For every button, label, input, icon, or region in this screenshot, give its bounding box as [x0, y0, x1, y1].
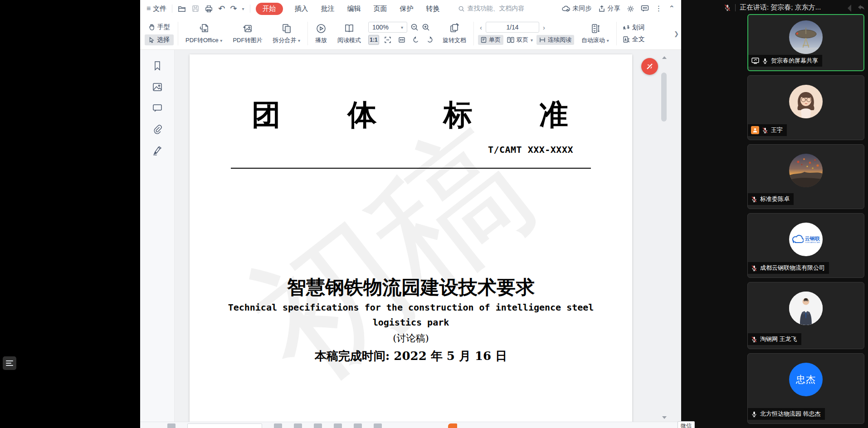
auto-scroll-label: 自动滚动: [581, 37, 605, 44]
continuous-read-button[interactable]: 连续阅读: [536, 35, 574, 45]
page-indicator-input[interactable]: 1/14: [486, 22, 539, 33]
hand-tool-button[interactable]: 手型: [145, 22, 174, 33]
print-button[interactable]: [205, 5, 213, 13]
main-menu-button[interactable]: ≡ 文件: [146, 5, 166, 13]
taskbar-icon[interactable]: [354, 423, 362, 428]
play-button[interactable]: 播放: [312, 22, 330, 45]
rotate-left-button[interactable]: [410, 35, 421, 45]
continuous-read-icon: [539, 37, 546, 43]
share-button[interactable]: 分享: [598, 5, 620, 13]
select-tool-button[interactable]: 选择: [145, 34, 174, 45]
bookmarks-panel-button[interactable]: [153, 61, 162, 71]
speakbar-arrows[interactable]: [845, 3, 866, 13]
mic-muted-icon: [751, 265, 757, 272]
images-panel-button[interactable]: [152, 83, 162, 92]
taskbar-input[interactable]: [187, 423, 262, 428]
full-translate-label: 全文: [632, 35, 645, 44]
pdf-to-office-button[interactable]: PDF转Office ▾: [182, 22, 225, 45]
search-box[interactable]: 查找功能、文档内容: [458, 5, 525, 13]
play-label: 播放: [315, 36, 327, 44]
tab-protect[interactable]: 保护: [399, 3, 414, 15]
completion-date: 本稿完成时间: 2022 年 5 月 16 日: [190, 348, 632, 364]
folder-open-icon: [178, 5, 186, 13]
taskbar-icon[interactable]: [274, 423, 282, 428]
rotate-right-button[interactable]: [424, 35, 435, 45]
undo-button[interactable]: ↶: [218, 5, 225, 13]
taskbar-icon[interactable]: [167, 423, 176, 428]
taskbar-icon[interactable]: [334, 423, 342, 428]
auto-scroll-button[interactable]: 自动滚动 ▾: [578, 22, 612, 45]
read-mode-label: 阅读模式: [337, 36, 361, 44]
fit-page-button[interactable]: [382, 35, 393, 45]
read-mode-button[interactable]: 阅读模式: [334, 22, 364, 45]
select-tool-label: 选择: [157, 36, 170, 44]
scrollbar-thumb[interactable]: [661, 73, 667, 122]
scroll-down-arrow[interactable]: [662, 416, 667, 419]
taskbar-icon[interactable]: [294, 423, 302, 428]
comments-panel-button[interactable]: [152, 103, 162, 112]
tab-edit[interactable]: 编辑: [346, 3, 362, 15]
redo-button[interactable]: ↷: [230, 5, 237, 13]
double-page-label: 双页: [517, 36, 528, 44]
collapse-ribbon-button[interactable]: ⌃: [669, 5, 675, 12]
zoom-in-button[interactable]: [422, 23, 430, 31]
standard-code: T/CAMT XXX-XXXX: [488, 144, 573, 155]
sync-status-button[interactable]: 未同步: [561, 5, 592, 13]
participant-tile[interactable]: 忠杰 北方恒达物流园 韩忠杰: [747, 353, 864, 424]
chevron-right-icon: ›: [543, 24, 545, 31]
word-translate-button[interactable]: 划词: [621, 23, 647, 33]
ratio-label: 1:1: [370, 37, 377, 43]
avatar: 云钢联 YUNGANGLIAN: [789, 223, 823, 256]
attachments-panel-button[interactable]: [153, 124, 162, 134]
actual-size-button[interactable]: 1:1: [368, 35, 379, 45]
history-dropdown-button[interactable]: ▾: [242, 6, 244, 11]
chevron-down-icon: ▾: [607, 38, 609, 43]
single-page-button[interactable]: 单页: [478, 35, 503, 45]
ribbon-expander-button[interactable]: ❯: [673, 26, 680, 40]
signature-panel-button[interactable]: [152, 146, 163, 156]
pdf-page[interactable]: 初稿 团 体 标 准 T/CAMT XXX-XXXX 智慧钢铁物流园建设技术要求…: [190, 54, 632, 422]
participant-tile[interactable]: 云钢联 YUNGANGLIAN 成都云钢联物流有限公司: [747, 213, 864, 278]
document-area[interactable]: 初稿 团 体 标 准 T/CAMT XXX-XXXX 智慧钢铁物流园建设技术要求…: [175, 50, 681, 422]
double-page-button[interactable]: 双页 ▾: [504, 35, 536, 45]
tab-convert[interactable]: 转换: [425, 3, 441, 15]
split-merge-button[interactable]: 拆分合并 ▾: [269, 22, 303, 45]
zoom-level-select[interactable]: 100% ▾: [368, 22, 407, 33]
comment-panel-button[interactable]: [641, 5, 649, 12]
zoom-out-button[interactable]: [410, 23, 419, 31]
tab-insert[interactable]: 插入: [294, 3, 309, 15]
taskbar-icon[interactable]: [374, 423, 382, 428]
full-translate-button[interactable]: 全文: [621, 34, 647, 44]
participant-tile[interactable]: 王宇: [747, 75, 864, 140]
hand-tool-label: 手型: [157, 23, 170, 31]
participant-tile[interactable]: 贺宗春的屏幕共享: [747, 14, 864, 71]
participant-tile[interactable]: 标准委陈卓: [747, 144, 864, 209]
split-merge-label: 拆分合并: [273, 37, 296, 44]
document-scrollbar[interactable]: [661, 50, 668, 422]
taskbar-icon[interactable]: [314, 423, 322, 428]
next-page-button[interactable]: ›: [541, 24, 547, 31]
save-button[interactable]: [191, 5, 200, 13]
rotate-document-label: 旋转文档: [443, 36, 466, 44]
balloons-landscape-avatar: [789, 154, 823, 187]
word-translate-icon: [623, 24, 630, 31]
outline-toggle-button[interactable]: [3, 356, 16, 370]
open-file-button[interactable]: [178, 5, 186, 13]
rotate-document-button[interactable]: 旋转文档: [439, 22, 469, 45]
screen: ≡ 文件 ↶ ↷ ▾ 开始: [0, 0, 868, 428]
tab-home[interactable]: 开始: [256, 3, 283, 15]
scroll-up-arrow[interactable]: [662, 56, 667, 59]
tab-annotate[interactable]: 批注: [320, 3, 336, 15]
floating-tool-badge[interactable]: [641, 58, 658, 75]
pdf-to-image-button[interactable]: PDF转图片: [229, 22, 265, 45]
tab-page[interactable]: 页面: [373, 3, 388, 15]
more-menu-button[interactable]: ⋮: [655, 5, 663, 12]
auto-scroll-icon: [589, 23, 601, 34]
taskbar-flame-icon[interactable]: [448, 423, 457, 428]
settings-button[interactable]: [627, 5, 634, 13]
play-icon: [315, 23, 327, 34]
redo-icon: ↷: [230, 4, 237, 13]
participant-tile[interactable]: 淘钢网 王龙飞: [747, 282, 864, 349]
fit-width-button[interactable]: [396, 35, 407, 45]
prev-page-button[interactable]: ‹: [478, 24, 484, 31]
